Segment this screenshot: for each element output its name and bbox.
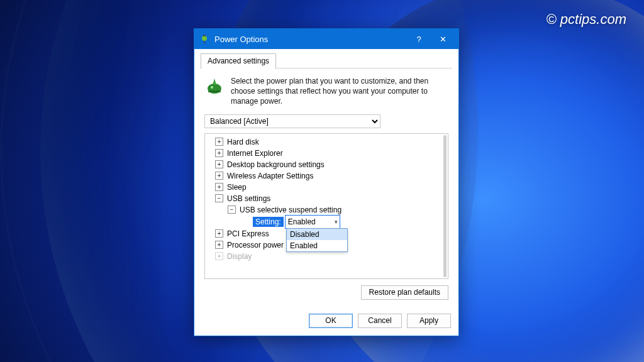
tab-strip: Advanced settings [201,53,452,69]
tree-label: Display [227,252,252,261]
desktop-wallpaper: © pctips.com Power Options ? ✕ Advanced … [0,0,644,362]
expand-icon[interactable] [215,149,223,157]
tree-node-desktop-background[interactable]: Desktop background settings [209,159,441,170]
svg-rect-4 [208,90,221,92]
dropdown-option-disabled[interactable]: Disabled [287,229,347,240]
watermark-text: © pctips.com [547,11,626,28]
close-icon: ✕ [440,35,447,44]
close-button[interactable]: ✕ [431,30,455,48]
tree-label: Wireless Adapter Settings [227,172,313,180]
apply-button[interactable]: Apply [407,314,451,328]
svg-point-5 [211,86,213,89]
svg-rect-2 [205,35,206,36]
window-title: Power Options [214,35,407,44]
power-options-icon [204,76,225,96]
help-button[interactable]: ? [407,30,431,48]
dropdown-option-enabled[interactable]: Enabled [287,240,347,251]
setting-row: Setting: Enabled ▾ [209,216,441,228]
tree-label: USB settings [227,194,270,203]
tab-advanced-settings[interactable]: Advanced settings [201,53,276,69]
tree-label: PCI Express [227,229,269,238]
expand-icon[interactable] [215,241,223,249]
titlebar[interactable]: Power Options ? ✕ [194,29,458,49]
collapse-icon[interactable] [215,194,223,202]
tree-label: Internet Explorer [227,149,283,158]
tree-label: Desktop background settings [227,160,325,169]
expand-icon[interactable] [215,138,223,146]
cancel-button[interactable]: Cancel [358,314,402,328]
tree-label: Hard disk [227,138,259,146]
tree-label: USB selective suspend setting [240,206,341,214]
setting-dropdown-list[interactable]: Disabled Enabled [286,228,348,252]
setting-value-text: Enabled [288,217,316,226]
expand-icon[interactable] [215,229,223,238]
dialog-button-row: OK Cancel Apply [194,306,458,336]
power-plug-icon [199,34,209,44]
tree-node-wireless-adapter[interactable]: Wireless Adapter Settings [209,170,441,182]
tree-scrollbar[interactable] [443,135,447,277]
chevron-down-icon: ▾ [335,219,338,225]
setting-label: Setting: [253,217,284,227]
help-icon: ? [416,35,421,44]
expand-icon[interactable] [215,172,223,180]
setting-value-select[interactable]: Enabled ▾ [285,215,340,229]
expand-icon[interactable] [215,183,223,191]
tree-node-usb-selective-suspend[interactable]: USB selective suspend setting [209,204,441,216]
expand-icon[interactable] [215,252,223,260]
tree-node-hard-disk[interactable]: Hard disk [209,136,441,148]
expand-icon[interactable] [215,160,223,168]
restore-defaults-button[interactable]: Restore plan defaults [361,285,448,300]
ok-button[interactable]: OK [309,314,353,328]
collapse-icon[interactable] [228,206,236,214]
tree-node-sleep[interactable]: Sleep [209,182,441,193]
svg-rect-1 [203,35,204,36]
settings-tree[interactable]: Hard disk Internet Explorer Desktop back… [204,133,448,279]
svg-point-0 [202,36,207,41]
tree-node-internet-explorer[interactable]: Internet Explorer [209,148,441,159]
tree-label: Sleep [227,183,247,192]
tree-node-display[interactable]: Display [209,251,441,262]
power-options-dialog: Power Options ? ✕ Advanced settings Sele… [194,28,459,336]
dialog-description: Select the power plan that you want to c… [231,76,448,107]
power-plan-select[interactable]: Balanced [Active] [204,114,380,128]
tree-node-usb-settings[interactable]: USB settings [209,193,441,204]
